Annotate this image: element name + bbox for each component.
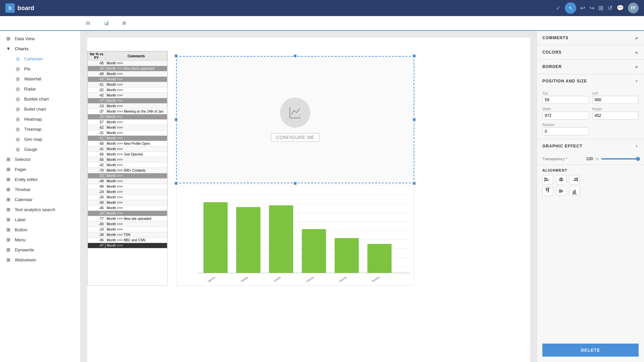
table-cell-comment: Month >>> <box>105 227 167 232</box>
sidebar-item-waterfall[interactable]: ◎ Waterfall <box>0 74 80 84</box>
sidebar-label-cartesian: Cartesian <box>24 56 43 61</box>
handle-mr[interactable] <box>413 118 416 121</box>
table-cell-comment: Month >>> <box>105 136 167 141</box>
sidebar-item-text-analytics[interactable]: ⊞ Text analytics search <box>0 204 80 215</box>
colors-header[interactable]: COLORS ▶ <box>537 45 644 59</box>
rotation-input[interactable] <box>542 127 589 135</box>
handle-tr[interactable] <box>413 54 416 58</box>
bubble-icon: ◎ <box>15 96 21 102</box>
left-input[interactable] <box>592 96 639 104</box>
alignment-section: ALIGNMENT <box>537 165 644 201</box>
sidebar-item-entity-editor[interactable]: ⊞ Entity editor <box>0 174 80 184</box>
transparency-value: 100 <box>582 157 593 161</box>
height-input[interactable] <box>592 112 639 120</box>
tab-chart[interactable]: 📊 <box>98 16 114 31</box>
sidebar-item-radar[interactable]: ◎ Radar <box>0 84 80 94</box>
sidebar-item-webviewer[interactable]: ⊞ Webviewer <box>0 255 80 265</box>
table-cell-value: -42 <box>88 163 105 168</box>
bar-content-marketing <box>335 238 359 273</box>
table-cell-value: -13 <box>88 104 105 109</box>
position-header[interactable]: POSITION AND SIZE ▼ <box>537 74 644 88</box>
sidebar-item-label[interactable]: ⊞ Label <box>0 215 80 225</box>
width-label: Width <box>542 107 589 111</box>
handle-bc[interactable] <box>293 182 297 185</box>
align-center-v-btn[interactable] <box>556 186 567 196</box>
handle-tl[interactable] <box>174 54 178 58</box>
sidebar-item-bubble[interactable]: ◎ Bubble chart <box>0 94 80 104</box>
canvas-area[interactable]: Var % vsPY Comments -95Month >>>-29Month… <box>80 31 537 362</box>
table-cell-value: -57 <box>88 120 105 125</box>
table-row: -24Month >>> <box>88 189 167 195</box>
user-avatar[interactable]: FF <box>628 3 639 13</box>
sidebar-item-geomap[interactable]: ◎ Geo map <box>0 134 80 144</box>
radar-icon: ◎ <box>15 86 21 92</box>
align-center-h-btn[interactable] <box>556 175 567 184</box>
sidebar-charts-group[interactable]: ▼ Charts <box>0 44 80 54</box>
align-left-btn[interactable] <box>542 175 553 184</box>
transparency-row: Transparency * 100 % <box>537 153 644 165</box>
sidebar-item-calendar[interactable]: ⊞ Calendar <box>0 194 80 204</box>
comments-header[interactable]: COMMENTS ▶ <box>537 31 644 45</box>
undo-icon[interactable]: ↩ <box>580 4 585 12</box>
graphic-effect-header[interactable]: GRAPHIC EFFECT ▼ <box>537 139 644 153</box>
align-bottom-btn[interactable] <box>569 186 580 196</box>
sidebar-label-heatmap: Heatmap <box>24 117 42 122</box>
sidebar-item-heatmap[interactable]: ◎ Heatmap <box>0 114 80 124</box>
slider-thumb[interactable] <box>636 157 640 161</box>
sidebar-item-pie[interactable]: ◎ Pie <box>0 64 80 74</box>
table-row: -42Month >>> <box>88 93 167 98</box>
sidebar-item-treemap[interactable]: ◎ Treemap <box>0 124 80 134</box>
align-top-btn[interactable] <box>542 186 553 196</box>
layout-icon[interactable]: ⊞ <box>598 4 603 12</box>
table-cell-value: -53 <box>88 173 105 179</box>
topbar: b board ✓ ↖ ↩ ↪ ⊞ ↺ 💬 FF <box>0 0 644 16</box>
sidebar-item-dynawrite[interactable]: ⊞ Dynawrite <box>0 245 80 255</box>
sidebar-label-dynawrite: Dynawrite <box>15 247 34 252</box>
table-cell-comment: Month >>> <box>105 120 167 125</box>
configure-me-label[interactable]: CONFIGURE ME <box>271 133 320 142</box>
webviewer-icon: ⊞ <box>5 257 11 262</box>
border-header[interactable]: BORDER ▶ <box>537 60 644 74</box>
tab-mail[interactable]: 🖂 <box>80 16 96 31</box>
handle-bl[interactable] <box>174 182 178 185</box>
delete-button[interactable]: DELETE <box>542 344 639 357</box>
tab-grid[interactable]: ⊞ <box>117 16 131 31</box>
charts-expand-icon: ▼ <box>5 46 11 51</box>
sidebar-item-button[interactable]: ⊞ Button <box>0 225 80 235</box>
handle-ml[interactable] <box>174 118 178 121</box>
comments-section: COMMENTS ▶ <box>537 31 644 45</box>
table-cell-value: -93 <box>88 77 105 82</box>
table-cell-value: -95 <box>88 61 105 66</box>
sidebar-item-selector[interactable]: ⊞ Selector <box>0 154 80 164</box>
comment-icon[interactable]: 💬 <box>616 4 624 12</box>
svg-rect-14 <box>545 180 549 181</box>
button-icon: ⊞ <box>5 227 11 232</box>
sidebar-label-selector: Selector <box>15 157 31 162</box>
sidebar-item-menu[interactable]: ⊞ Menu <box>0 235 80 245</box>
sidebar-item-gauge[interactable]: ◎ Gauge <box>0 144 80 154</box>
table-row: -51Month >>> <box>88 82 167 87</box>
refresh-icon[interactable]: ↺ <box>607 4 612 12</box>
x-label-cm: Content Marketing <box>327 276 347 282</box>
menu-icon: ⊞ <box>5 237 11 242</box>
sidebar-item-pager[interactable]: ⊞ Pager <box>0 164 80 174</box>
width-input[interactable] <box>542 112 589 120</box>
handle-br[interactable] <box>413 182 416 185</box>
sidebar-item-cartesian[interactable]: ◎ Cartesian <box>0 54 80 64</box>
sidebar-item-bullet[interactable]: ◎ Bullet chart <box>0 104 80 114</box>
table-cell-comment: Month >>> <box>105 195 167 200</box>
handle-tc[interactable] <box>293 54 297 58</box>
top-input[interactable] <box>542 96 589 104</box>
table-cell-value: -46 <box>88 205 105 211</box>
table-cell-value: -20 <box>88 211 105 216</box>
sidebar-item-data-view[interactable]: ⊞ Data View <box>0 34 80 44</box>
bullet-icon: ◎ <box>15 106 21 112</box>
configure-me-inner[interactable]: CONFIGURE ME <box>176 56 414 183</box>
sidebar-item-timebar[interactable]: ⊞ Timebar <box>0 184 80 194</box>
redo-icon[interactable]: ↪ <box>589 4 594 12</box>
table-cell-value: -20 <box>88 195 105 200</box>
transparency-slider[interactable] <box>601 158 639 160</box>
align-right-btn[interactable] <box>569 175 580 184</box>
check-icon[interactable]: ✓ <box>556 4 561 12</box>
cursor-icon[interactable]: ↖ <box>565 2 576 14</box>
